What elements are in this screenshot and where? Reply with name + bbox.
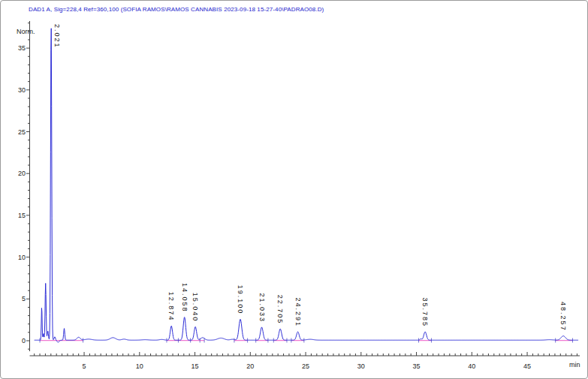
peak-retention-label: 22.705 bbox=[276, 295, 284, 325]
peak-retention-label: 35.785 bbox=[421, 298, 429, 328]
peak-retention-label: 2.021 bbox=[53, 24, 61, 49]
peak-retention-label: 14.058 bbox=[181, 283, 188, 313]
x-tick-label: 5 bbox=[83, 362, 86, 370]
peak-retention-label: 48.257 bbox=[559, 302, 567, 332]
chromatogram-window: DAD1 A, Sig=228,4 Ref=360,100 (SOFIA RAM… bbox=[0, 0, 588, 379]
y-tick-label: 30 bbox=[18, 86, 26, 94]
peak-retention-label: 24.291 bbox=[294, 298, 302, 328]
x-tick-label: 30 bbox=[357, 362, 365, 370]
y-tick-label: 25 bbox=[18, 128, 26, 136]
x-tick-label: 45 bbox=[523, 362, 531, 370]
signal-trace bbox=[35, 29, 578, 342]
peak-retention-label: 15.040 bbox=[191, 293, 199, 323]
x-tick-label: 20 bbox=[246, 362, 254, 370]
y-tick-label: 20 bbox=[18, 170, 26, 177]
y-tick-label: 35 bbox=[18, 44, 26, 52]
y-tick-label: 10 bbox=[18, 254, 26, 261]
x-tick-label: 10 bbox=[136, 362, 143, 370]
chromatogram-plot: 05101520253035510152025303540452.02112.8… bbox=[1, 1, 588, 379]
peak-retention-label: 12.874 bbox=[167, 292, 175, 322]
y-tick-label: 0 bbox=[22, 337, 26, 344]
peak-retention-label: 19.100 bbox=[237, 285, 244, 315]
x-tick-label: 35 bbox=[413, 362, 421, 370]
peak-retention-label: 21.033 bbox=[258, 293, 266, 323]
y-tick-label: 5 bbox=[22, 295, 26, 302]
y-tick-label: 15 bbox=[18, 212, 26, 219]
x-tick-label: 15 bbox=[191, 362, 199, 370]
x-tick-label: 25 bbox=[302, 362, 309, 370]
x-tick-label: 40 bbox=[468, 362, 475, 370]
